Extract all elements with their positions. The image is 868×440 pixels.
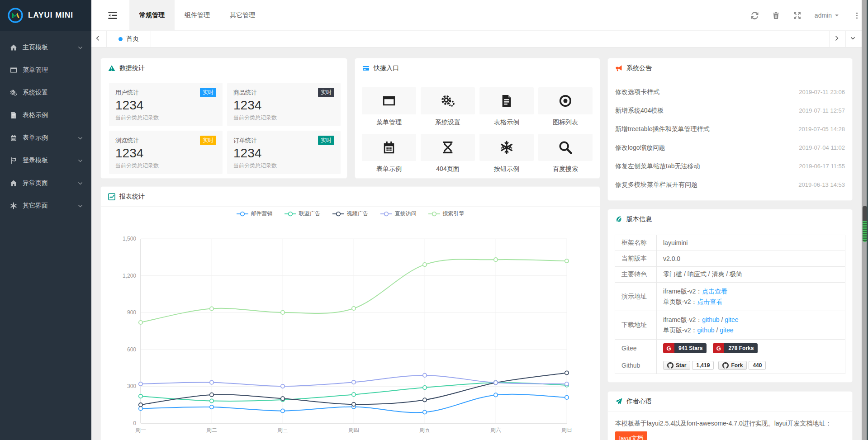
gitee-badge[interactable]: G941 Stars (663, 343, 707, 353)
notice-text: 修改logo缩放问题 (615, 144, 665, 152)
header-nav-tab-2[interactable]: 其它管理 (220, 0, 265, 30)
calendar-icon (382, 141, 396, 154)
chevron-down-icon (850, 35, 858, 43)
stat-badge: 实时 (318, 88, 334, 97)
legend-item-2[interactable]: 视频广告 (332, 210, 369, 218)
sidebar-item-label: 菜单管理 (23, 66, 83, 74)
legend-item-4[interactable]: 搜索引擎 (428, 210, 465, 218)
version-row-value: iframe版-v2：点击查看单页版-v2：点击查看 (657, 283, 845, 311)
quick-entry-7[interactable]: 百度搜索 (538, 134, 593, 173)
quick-entry-3[interactable]: 图标列表 (538, 87, 593, 127)
credit-card-icon (362, 65, 370, 72)
sidebar-item-7[interactable]: 其它界面 (0, 194, 91, 217)
svg-text:0: 0 (133, 420, 136, 426)
github-star-button[interactable]: Star1,419 (663, 361, 714, 370)
version-row-value: 零门槛 / 响应式 / 清爽 / 极简 (657, 267, 845, 283)
version-row-value: G941 StarsG278 Forks (657, 340, 845, 357)
caret-down-icon (834, 13, 840, 18)
clear-cache-icon[interactable] (772, 12, 780, 19)
fullscreen-icon[interactable] (793, 12, 801, 19)
quick-entry-5[interactable]: 404页面 (421, 134, 475, 173)
user-menu[interactable]: admin (815, 12, 840, 19)
notice-item-1[interactable]: 新增系统404模板2019-07-11 12:57 (615, 101, 845, 120)
app-logo[interactable]: LAYUI MINI (0, 0, 91, 31)
panel-title: 作者心语 (626, 397, 652, 406)
notice-item-4[interactable]: 修复左侧菜单缩放tab无法移动2019-06-17 11:55 (615, 157, 845, 175)
version-link[interactable]: gitee (725, 316, 738, 323)
app-title: LAYUI MINI (28, 11, 73, 20)
header-nav-tab-0[interactable]: 常规管理 (129, 0, 175, 30)
notice-text: 新增treetable插件和菜单管理样式 (615, 125, 709, 133)
page-tab-label: 首页 (126, 35, 139, 43)
notice-item-2[interactable]: 新增treetable插件和菜单管理样式2019-07-05 14:28 (615, 120, 845, 138)
legend-label: 视频广告 (347, 210, 369, 218)
github-fork-button[interactable]: Fork440 (718, 361, 766, 370)
gitee-badge-text: 278 Forks (724, 343, 758, 353)
panel-title: 快捷入口 (374, 64, 399, 72)
notice-item-3[interactable]: 修改logo缩放问题2019-07-04 11:02 (615, 138, 845, 157)
legend-label: 搜索引擎 (443, 210, 465, 218)
gitee-icon: G (663, 343, 674, 353)
sidebar-item-1[interactable]: 菜单管理 (0, 59, 91, 81)
layui-doc-badge[interactable]: layui文档 (615, 431, 647, 440)
more-menu-icon[interactable] (853, 12, 861, 19)
github-count: 440 (749, 361, 766, 370)
quick-entry-1[interactable]: 系统设置 (421, 87, 475, 127)
panel-author-words: 作者心语 本模板基于layui2.5.4以及font-awesome-4.7.0… (607, 391, 853, 440)
legend-item-3[interactable]: 直接访问 (380, 210, 417, 218)
stat-caption: 当前分类总记录数 (115, 114, 216, 122)
panel-data-stats: 数据统计 用户统计实时1234当前分类总记录数商品统计实时1234当前分类总记录… (100, 58, 347, 179)
quick-entry-label: 404页面 (421, 165, 475, 173)
version-row-label: 下载地址 (615, 311, 657, 340)
svg-text:周三: 周三 (277, 427, 288, 433)
quick-entry-0[interactable]: 菜单管理 (362, 87, 416, 127)
version-row-5: GiteeG941 StarsG278 Forks (615, 340, 845, 357)
version-link[interactable]: 点击查看 (702, 288, 727, 295)
sidebar-item-0[interactable]: 主页模板 (0, 36, 91, 59)
gitee-badge[interactable]: G278 Forks (713, 343, 758, 353)
page-tab-0[interactable]: 首页 (107, 31, 151, 47)
sidebar-item-6[interactable]: 异常页面 (0, 172, 91, 194)
sidebar-item-3[interactable]: 表格示例 (0, 104, 91, 127)
version-link[interactable]: github (702, 316, 719, 323)
cogs-icon (441, 94, 455, 108)
chart-legend: 邮件营销联盟广告视频广告直接访问搜索引擎 (101, 210, 600, 218)
version-link[interactable]: gitee (720, 326, 733, 334)
notice-item-0[interactable]: 修改选项卡样式2019-07-11 23:06 (615, 83, 845, 101)
version-link[interactable]: github (697, 326, 714, 334)
collapse-sidebar-button[interactable] (108, 10, 118, 20)
hourglass-icon (441, 141, 455, 154)
version-row-label: 主要特色 (615, 267, 657, 283)
words-line1: 本模板基于layui2.5.4以及font-awesome-4.7.0进行实现。… (615, 417, 845, 429)
chevron-down-icon (77, 45, 83, 51)
warning-triangle-icon (108, 65, 115, 72)
tab-operations-button[interactable] (845, 31, 862, 47)
window-icon (10, 66, 17, 74)
legend-item-1[interactable]: 联盟广告 (285, 210, 321, 218)
panel-title: 系统公告 (626, 64, 652, 72)
cogs-icon (10, 89, 17, 96)
paper-plane-icon (615, 398, 622, 405)
quick-entry-label: 百度搜索 (538, 165, 593, 173)
quick-entry-4[interactable]: 表单示例 (362, 134, 416, 173)
notice-date: 2019-07-11 12:57 (799, 107, 845, 114)
legend-label: 联盟广告 (299, 210, 321, 218)
version-row-4: 下载地址iframe版-v2：github / gitee单页版-v2：gith… (615, 311, 845, 340)
refresh-icon[interactable] (751, 12, 759, 19)
quick-entry-2[interactable]: 表格示例 (479, 87, 534, 127)
header-nav-tab-1[interactable]: 组件管理 (175, 0, 220, 30)
quick-entry-6[interactable]: 按钮示例 (479, 134, 534, 173)
tab-scroll-left-button[interactable] (91, 31, 107, 47)
version-row-label: Github (615, 357, 657, 374)
sidebar-item-4[interactable]: 表单示例 (0, 127, 91, 149)
stat-value: 1234 (115, 146, 216, 161)
legend-item-0[interactable]: 邮件营销 (237, 210, 273, 218)
sidebar-item-2[interactable]: 系统设置 (0, 81, 91, 104)
version-link[interactable]: 点击查看 (697, 298, 722, 305)
notice-date: 2019-06-13 14:53 (798, 181, 845, 188)
tab-scroll-right-button[interactable] (829, 31, 845, 47)
sidebar-item-5[interactable]: 登录模板 (0, 149, 91, 172)
notice-item-5[interactable]: 修复多模块菜单栏展开有问题2019-06-13 14:53 (615, 175, 845, 194)
svg-text:周二: 周二 (206, 427, 217, 433)
stat-value: 1234 (233, 98, 334, 113)
